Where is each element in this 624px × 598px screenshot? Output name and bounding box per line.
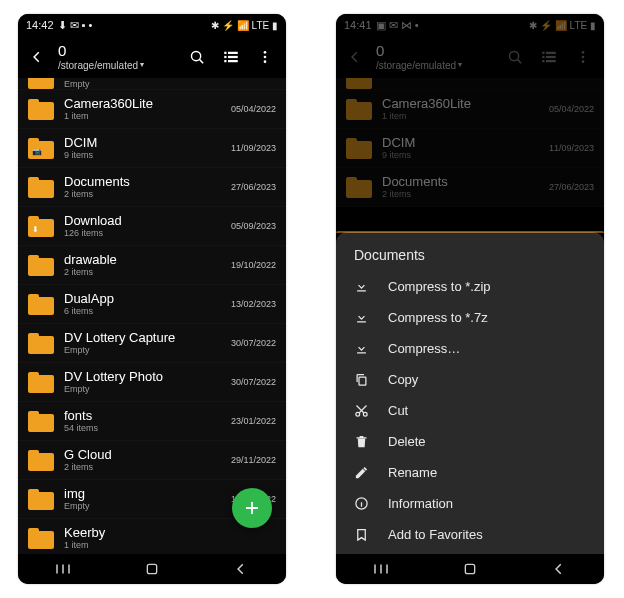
folder-icon: [28, 449, 54, 471]
folder-date: 05/04/2022: [549, 104, 594, 114]
folder-row[interactable]: 📷 DCIM 9 items 11/09/2023: [18, 129, 286, 168]
svg-rect-13: [546, 52, 556, 54]
home-button[interactable]: [132, 561, 172, 577]
folder-name: DCIM: [64, 136, 231, 151]
android-navbar: [336, 554, 604, 584]
folder-row: DCIM 9 items 11/09/2023: [336, 129, 604, 168]
view-list-button[interactable]: [220, 48, 242, 66]
folder-row[interactable]: DV Lottery Capture Empty 30/07/2022: [18, 324, 286, 363]
folder-icon: [28, 98, 54, 120]
folder-meta: 54 items: [64, 423, 231, 433]
folder-row[interactable]: ⬇ Download 126 items 05/09/2023: [18, 207, 286, 246]
sheet-item-label: Compress to *.zip: [388, 279, 491, 294]
folder-icon: [346, 98, 372, 120]
folder-row[interactable]: DualApp 6 items 13/02/2023: [18, 285, 286, 324]
sheet-item-label: Compress…: [388, 341, 460, 356]
folder-icon: [346, 78, 372, 89]
android-navbar: [18, 554, 286, 584]
sheet-item[interactable]: Compress to *.7z: [336, 302, 604, 333]
svg-point-19: [582, 56, 585, 59]
folder-date: 11/09/2023: [549, 143, 594, 153]
folder-row[interactable]: Documents 2 items 27/06/2023: [18, 168, 286, 207]
svg-rect-3: [224, 56, 226, 58]
back-button[interactable]: [28, 50, 46, 64]
folder-meta: Empty: [64, 345, 231, 355]
folder-icon: [28, 293, 54, 315]
add-fab[interactable]: [232, 488, 272, 528]
svg-point-20: [582, 60, 585, 63]
file-list[interactable]: Empty Camera360Lite 1 item 05/04/2022 📷 …: [18, 78, 286, 554]
sheet-item[interactable]: Copy: [336, 364, 604, 395]
view-list-button[interactable]: [538, 48, 560, 66]
more-menu-button[interactable]: [254, 49, 276, 65]
folder-row[interactable]: fonts 54 items 23/01/2022: [18, 402, 286, 441]
folder-row[interactable]: DV Lottery Photo Empty 30/07/2022: [18, 363, 286, 402]
svg-point-0: [191, 51, 200, 60]
folder-row[interactable]: G Cloud 2 items 29/11/2022: [18, 441, 286, 480]
bookmark-icon: [354, 527, 372, 542]
cut-icon: [354, 403, 372, 418]
status-right-icons: ✱ ⚡ 📶 LTE ▮: [529, 20, 596, 31]
path-breadcrumb[interactable]: /storage/emulated ▾: [58, 60, 174, 71]
folder-icon: [28, 78, 54, 89]
sheet-item[interactable]: Compress…: [336, 333, 604, 364]
folder-row[interactable]: Camera360Lite 1 item 05/04/2022: [18, 90, 286, 129]
folder-meta: 1 item: [64, 540, 276, 550]
sheet-item[interactable]: Delete: [336, 426, 604, 457]
svg-rect-16: [542, 60, 544, 62]
sheet-item[interactable]: Compress to *.zip: [336, 271, 604, 302]
back-nav-button[interactable]: [221, 562, 261, 576]
folder-row: Documents 2 items 27/06/2023: [336, 168, 604, 207]
copy-icon: [354, 372, 372, 387]
folder-name: DCIM: [382, 136, 549, 151]
folder-row[interactable]: Empty: [18, 78, 286, 90]
path-breadcrumb[interactable]: /storage/emulated ▾: [376, 60, 492, 71]
download-icon: [354, 310, 372, 325]
recents-button[interactable]: [361, 562, 401, 576]
folder-name: Camera360Lite: [382, 97, 549, 112]
home-button[interactable]: [450, 561, 490, 577]
app-header: 0 /storage/emulated ▾: [336, 36, 604, 78]
svg-point-18: [582, 51, 585, 54]
folder-date: 19/10/2022: [231, 260, 276, 270]
selection-count: 0: [58, 43, 174, 60]
svg-point-7: [264, 51, 267, 54]
svg-rect-12: [542, 52, 544, 54]
app-header: 0 /storage/emulated ▾: [18, 36, 286, 78]
folder-meta: Empty: [64, 384, 231, 394]
folder-name: Download: [64, 214, 231, 229]
folder-meta: 1 item: [64, 111, 231, 121]
folder-name: Camera360Lite: [64, 97, 231, 112]
folder-icon: [28, 410, 54, 432]
sheet-item[interactable]: Add to Favorites: [336, 519, 604, 550]
folder-name: Documents: [382, 175, 549, 190]
sheet-item[interactable]: Rename: [336, 457, 604, 488]
folder-name: Keerby: [64, 526, 276, 541]
selection-count: 0: [376, 43, 492, 60]
search-button[interactable]: [186, 49, 208, 66]
recents-button[interactable]: [43, 562, 83, 576]
sheet-item-label: Rename: [388, 465, 437, 480]
svg-rect-23: [357, 352, 366, 353]
search-button[interactable]: [504, 49, 526, 66]
svg-rect-17: [546, 60, 556, 62]
sheet-item[interactable]: Information: [336, 488, 604, 519]
folder-row: Camera360Lite 1 item 05/04/2022: [336, 90, 604, 129]
back-button[interactable]: [346, 50, 364, 64]
edit-icon: [354, 465, 372, 480]
folder-meta: 2 items: [64, 189, 231, 199]
folder-row[interactable]: drawable 2 items 19/10/2022: [18, 246, 286, 285]
more-menu-button[interactable]: [572, 49, 594, 65]
sheet-item[interactable]: Cut: [336, 395, 604, 426]
sheet-item-label: Information: [388, 496, 453, 511]
sheet-item-label: Compress to *.7z: [388, 310, 488, 325]
back-nav-button[interactable]: [539, 562, 579, 576]
folder-icon: [28, 527, 54, 549]
folder-meta: 6 items: [64, 306, 231, 316]
svg-point-26: [363, 412, 367, 416]
sheet-item-label: Cut: [388, 403, 408, 418]
folder-icon: [28, 488, 54, 510]
sheet-item-label: Delete: [388, 434, 426, 449]
status-time: 14:41: [344, 19, 372, 31]
svg-rect-15: [546, 56, 556, 58]
